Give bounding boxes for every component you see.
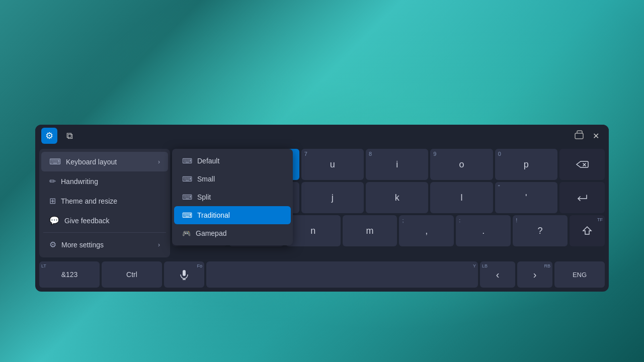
more-settings-arrow: ›: [158, 241, 160, 248]
more-settings-icon: ⚙: [49, 240, 56, 249]
menu-item-more-settings[interactable]: ⚙ More settings ›: [41, 235, 168, 254]
submenu-item-gamepad[interactable]: 🎮 Gamepad: [174, 224, 291, 242]
keyboard-layout-icon: ⌨: [49, 157, 61, 166]
menu-label-more-settings: More settings: [61, 241, 104, 249]
symbol-key[interactable]: LT &123: [39, 261, 100, 288]
key-k[interactable]: k: [366, 182, 428, 213]
bottom-row: LT &123 Ctrl Fo Y LB ‹ RB › ENG: [35, 261, 609, 292]
layout-submenu: ⌨ Default ⌨ Small ⌨ Split ⌨ Traditional …: [172, 149, 293, 245]
key-o[interactable]: 9 o: [430, 149, 493, 180]
submenu-item-small[interactable]: ⌨ Small: [174, 170, 291, 188]
key-backspace[interactable]: [559, 149, 605, 180]
gamepad-layout-icon: 🎮: [182, 229, 191, 237]
top-bar: ⚙ ⧉ ✕: [35, 125, 609, 147]
handwriting-icon: ✏: [49, 176, 56, 186]
small-layout-icon: ⌨: [182, 175, 192, 183]
key-quote[interactable]: " ': [495, 182, 557, 213]
traditional-layout-icon: ⌨: [182, 211, 192, 219]
keyboard-container: ⚙ ⧉ ✕ ⌨ Keyboard layout › ✏ H: [35, 125, 609, 292]
menu-item-theme-resize[interactable]: ⊞ Theme and resize: [41, 191, 168, 211]
submenu-label-traditional: Traditional: [197, 211, 230, 219]
submenu-item-traditional[interactable]: ⌨ Traditional: [174, 206, 291, 224]
left-arrow-key[interactable]: LB ‹: [480, 261, 515, 288]
key-comma[interactable]: ; ,: [399, 215, 454, 246]
menu-item-handwriting[interactable]: ✏ Handwriting: [41, 171, 168, 191]
menu-label-give-feedback: Give feedback: [64, 217, 110, 225]
theme-resize-icon: ⊞: [49, 196, 56, 206]
key-question[interactable]: ! ?: [513, 215, 568, 246]
undock-button[interactable]: [574, 129, 585, 142]
menu-label-handwriting: Handwriting: [61, 177, 98, 186]
ctrl-key[interactable]: Ctrl: [102, 261, 162, 288]
key-enter[interactable]: [559, 182, 605, 213]
key-p[interactable]: 0 p: [495, 149, 557, 180]
menu-label-keyboard-layout: Keyboard layout: [66, 158, 117, 166]
key-n[interactable]: n: [286, 215, 341, 246]
key-l[interactable]: l: [430, 182, 493, 213]
top-bar-right: ✕: [574, 129, 603, 143]
clipboard-button[interactable]: ⧉: [61, 128, 77, 144]
chevron-right-icon: ›: [158, 158, 160, 165]
symbol-label: &123: [61, 270, 78, 279]
submenu-label-default: Default: [197, 157, 219, 165]
menu-label-theme-resize: Theme and resize: [61, 197, 117, 205]
submenu-label-split: Split: [197, 193, 211, 201]
top-bar-left: ⚙ ⧉: [41, 128, 77, 144]
submenu-label-small: Small: [197, 175, 215, 183]
submenu-item-default[interactable]: ⌨ Default: [174, 152, 291, 170]
key-j[interactable]: j: [301, 182, 364, 213]
right-arrow-key[interactable]: RB ›: [517, 261, 552, 288]
mic-key[interactable]: Fo: [164, 261, 204, 288]
spacebar-key[interactable]: Y: [206, 261, 478, 288]
key-i[interactable]: 8 i: [366, 149, 428, 180]
gear-button[interactable]: ⚙: [41, 128, 57, 144]
default-layout-icon: ⌨: [182, 157, 192, 165]
ctrl-label: Ctrl: [126, 270, 137, 279]
left-menu-panel: ⌨ Keyboard layout › ✏ Handwriting ⊞ Them…: [39, 149, 170, 257]
key-period[interactable]: : .: [456, 215, 511, 246]
language-key[interactable]: ENG: [554, 261, 605, 288]
split-layout-icon: ⌨: [182, 193, 192, 201]
key-shift[interactable]: TF: [570, 215, 605, 246]
svg-rect-1: [183, 270, 186, 276]
submenu-item-split[interactable]: ⌨ Split: [174, 188, 291, 206]
key-u[interactable]: 7 u: [301, 149, 364, 180]
close-button[interactable]: ✕: [589, 129, 603, 143]
give-feedback-icon: 💬: [49, 216, 59, 225]
key-m[interactable]: m: [343, 215, 397, 246]
menu-item-keyboard-layout[interactable]: ⌨ Keyboard layout ›: [41, 152, 168, 171]
menu-item-give-feedback[interactable]: 💬 Give feedback: [41, 211, 168, 230]
language-label: ENG: [573, 271, 587, 279]
menu-divider: [43, 232, 166, 233]
keys-area: ⌨ Keyboard layout › ✏ Handwriting ⊞ Them…: [35, 147, 609, 261]
svg-rect-0: [575, 133, 583, 139]
submenu-label-gamepad: Gamepad: [196, 229, 226, 237]
